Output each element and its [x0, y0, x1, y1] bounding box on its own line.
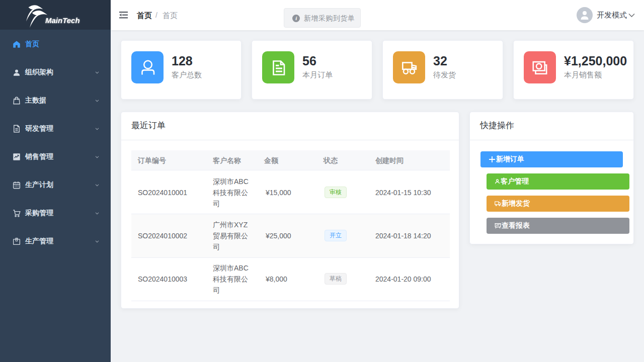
svg-text:MainTech: MainTech — [45, 16, 80, 25]
